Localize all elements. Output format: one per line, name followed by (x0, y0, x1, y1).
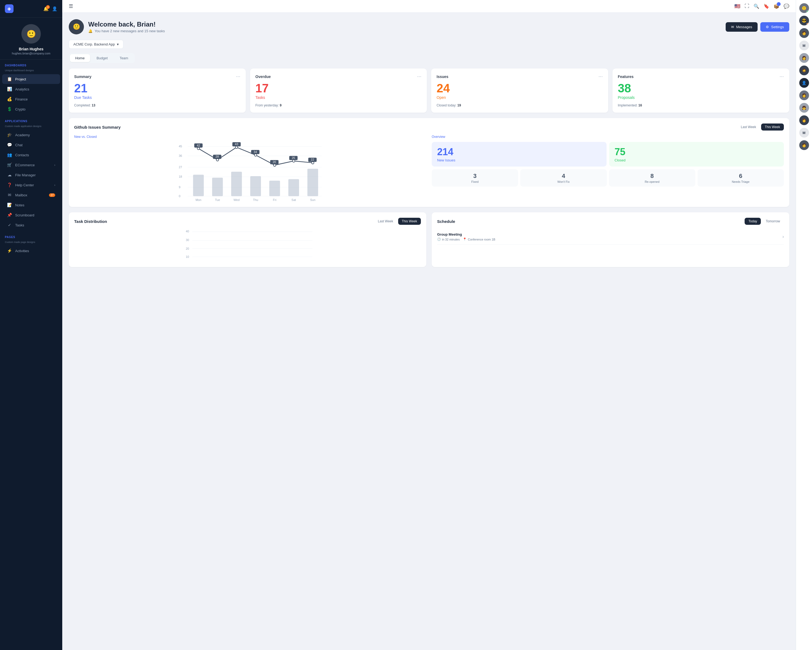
user-avatar: 🙂 (21, 24, 41, 44)
hamburger-button[interactable]: ☰ (69, 3, 73, 9)
sidebar-item-academy[interactable]: 🎓 Academy (2, 130, 60, 140)
sidebar-item-mailbox-label: Mailbox (15, 193, 27, 197)
summary-cards: Summary ⋯ 21 Due Tasks Completed: 13 Ove… (69, 69, 789, 113)
right-avatar-9[interactable]: 👩 (799, 115, 809, 125)
wont-fix-number: 4 (524, 173, 603, 180)
ecommerce-arrow-icon: › (54, 164, 55, 167)
right-avatar-3[interactable]: 🧑 (799, 28, 809, 38)
sidebar: ◈ 🔔 3 👤 🙂 Brian Hughes hughes.brian@comp… (0, 0, 62, 650)
sidebar-item-filemanager[interactable]: ☁ File Manager (2, 170, 60, 180)
meeting-arrow-icon[interactable]: › (783, 234, 784, 239)
flag-icon[interactable]: 🇺🇸 (734, 3, 740, 9)
svg-text:Sat: Sat (292, 198, 296, 202)
right-avatar-8[interactable]: 👧 (799, 103, 809, 113)
summary-footer: Completed: 13 (74, 104, 240, 107)
right-avatar-1[interactable]: 🙂 (799, 3, 809, 13)
page-body: 🙂 Welcome back, Brian! 🔔 You have 2 new … (62, 13, 796, 650)
svg-text:30: 30 (186, 238, 189, 242)
svg-text:40: 40 (186, 230, 189, 233)
right-avatar-m1[interactable]: M (799, 41, 809, 50)
card-header-summary: Summary ⋯ (74, 74, 240, 79)
right-avatar-2[interactable]: 😎 (799, 16, 809, 26)
avatar-m2-letter: M (803, 131, 806, 135)
features-card-menu[interactable]: ⋯ (780, 74, 784, 79)
location-icon: 📍 (463, 237, 467, 241)
wont-fix-card: 4 Won't Fix (520, 169, 607, 187)
fullscreen-button[interactable]: ⛶ (745, 3, 749, 9)
task-distribution-header: Task Distribution Last Week This Week (74, 218, 421, 225)
sidebar-item-scrumboard-label: Scrumboard (15, 213, 34, 217)
logo-icon[interactable]: ◈ (5, 5, 14, 13)
right-avatar-10[interactable]: 🧑 (799, 140, 809, 150)
sidebar-item-project[interactable]: 📋 Project (2, 74, 60, 84)
sidebar-item-scrumboard[interactable]: 📌 Scrumboard (2, 210, 60, 220)
sidebar-item-analytics-label: Analytics (15, 87, 29, 91)
svg-point-23 (273, 164, 276, 166)
issues-footer: Closed today: 19 (437, 104, 603, 107)
applications-label: APPLICATIONS (0, 120, 62, 125)
sidebar-item-notes[interactable]: 📝 Notes (2, 200, 60, 210)
avatar-9-image: 👩 (802, 118, 806, 122)
sidebar-item-tasks[interactable]: ✓ Tasks (2, 220, 60, 230)
task-this-week-btn[interactable]: This Week (398, 218, 421, 225)
sidebar-item-analytics[interactable]: 📊 Analytics (2, 84, 60, 94)
user-circle-icon[interactable]: 👤 (52, 6, 57, 11)
summary-card-menu[interactable]: ⋯ (236, 74, 240, 79)
overdue-footer: From yesterday: 9 (255, 104, 422, 107)
right-avatar-m2[interactable]: M (799, 128, 809, 138)
svg-point-19 (197, 147, 200, 150)
svg-point-22 (255, 154, 257, 156)
task-last-week-btn[interactable]: Last Week (374, 218, 397, 225)
tomorrow-button[interactable]: Tomorrow (762, 218, 784, 225)
dashboards-sublabel: Unique dashboard designs (0, 69, 62, 74)
sidebar-item-contacts[interactable]: 👥 Contacts (2, 150, 60, 160)
sidebar-item-ecommerce[interactable]: 🛒 ECommerce › (2, 160, 60, 170)
bottom-grid: Task Distribution Last Week This Week 40… (69, 213, 789, 267)
svg-text:Fri: Fri (273, 198, 276, 202)
overdue-card-menu[interactable]: ⋯ (417, 74, 421, 79)
schedule-item-content: Group Meeting 🕐 in 32 minutes 📍 Conferen… (437, 232, 495, 241)
bell-icon[interactable]: 🔔 3 (43, 6, 49, 11)
welcome-text: Welcome back, Brian! 🔔 You have 2 new me… (88, 21, 165, 33)
issues-card-menu[interactable]: ⋯ (598, 74, 603, 79)
notifications-button[interactable]: 📦 5 (774, 3, 779, 9)
issues-number: 24 (437, 82, 603, 94)
right-avatar-7[interactable]: 👩 (799, 90, 809, 100)
github-last-week-btn[interactable]: Last Week (737, 124, 760, 130)
task-bar-chart: 40 30 20 10 (74, 229, 421, 262)
summary-card-features: Features ⋯ 38 Proposals Implemented: 16 (612, 69, 789, 113)
sidebar-item-academy-label: Academy (15, 133, 30, 137)
task-chart-svg: 40 30 20 10 (76, 229, 419, 262)
clock-icon: 🕐 (437, 237, 441, 241)
bookmark-button[interactable]: 🔖 (763, 3, 769, 9)
right-avatar-5[interactable]: 🧔 (799, 66, 809, 75)
tab-home[interactable]: Home (70, 54, 90, 62)
github-this-week-btn[interactable]: This Week (761, 124, 784, 130)
settings-gear-icon: ⚙ (766, 25, 769, 29)
features-card-title: Features (618, 75, 633, 79)
sidebar-item-finance[interactable]: 💰 Finance (2, 94, 60, 104)
svg-point-24 (293, 160, 295, 162)
settings-button[interactable]: ⚙ Settings (760, 22, 789, 32)
project-selector[interactable]: ACME Corp. Backend App ▾ (69, 40, 124, 49)
tab-budget[interactable]: Budget (91, 54, 113, 62)
sidebar-item-crypto[interactable]: 💲 Crypto (2, 104, 60, 114)
overdue-card-title: Overdue (255, 75, 271, 79)
messages-topbar-button[interactable]: 💬 (784, 3, 789, 9)
messages-button[interactable]: ✉ Messages (726, 22, 758, 32)
sidebar-item-activities[interactable]: ⚡ Activities (2, 246, 60, 255)
sidebar-item-chat[interactable]: 💬 Chat (2, 140, 60, 150)
github-week-toggle: Last Week This Week (737, 124, 784, 130)
search-button[interactable]: 🔍 (754, 3, 759, 9)
chart-subtitle: New vs. Closed (74, 135, 426, 139)
tab-team[interactable]: Team (114, 54, 134, 62)
sidebar-item-finance-label: Finance (15, 97, 27, 101)
sidebar-item-mailbox[interactable]: ✉ Mailbox 27 (2, 190, 60, 200)
avatar-1-online (807, 11, 809, 13)
sidebar-item-helpcenter[interactable]: ❓ Help Center › (2, 180, 60, 190)
right-avatar-4[interactable]: 👩 (799, 53, 809, 63)
sidebar-item-project-label: Project (15, 77, 26, 81)
right-avatar-6[interactable]: 👤 (799, 78, 809, 88)
today-button[interactable]: Today (745, 218, 761, 225)
avatar-2-image: 😎 (802, 18, 806, 23)
